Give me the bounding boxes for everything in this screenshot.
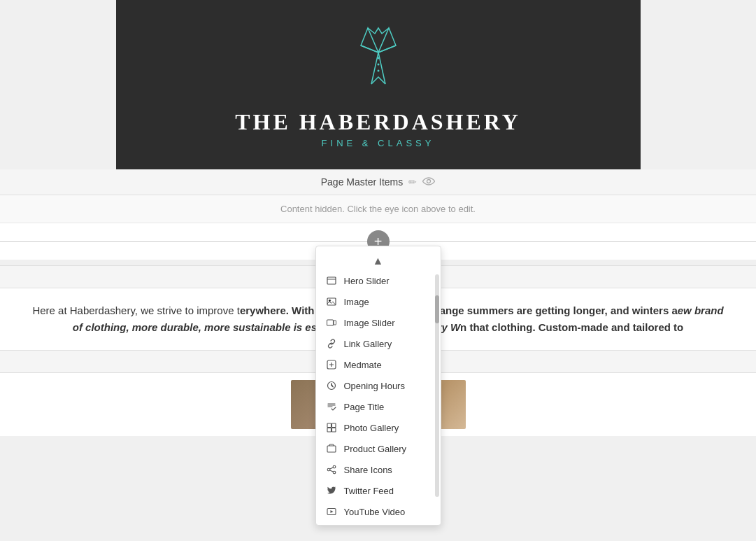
svg-rect-8 [334, 321, 336, 325]
eye-icon[interactable] [422, 176, 435, 188]
medmate-icon [326, 359, 337, 370]
svg-point-18 [327, 468, 330, 471]
svg-rect-11 [327, 423, 331, 428]
image-slider-icon [326, 317, 337, 328]
svg-point-17 [333, 471, 336, 474]
photo-gallery-icon [326, 422, 337, 433]
svg-point-3 [427, 180, 431, 183]
dropdown-scrollbar[interactable] [435, 274, 439, 497]
dropdown-menu: ▲ Hero Slider Image Image Slider Link Ga… [315, 246, 441, 526]
dropdown-item-image-slider-label: Image Slider [344, 318, 395, 328]
svg-point-0 [377, 57, 379, 59]
page-master-label: Page Master Items [321, 176, 404, 188]
svg-rect-15 [327, 446, 336, 452]
svg-point-6 [329, 300, 330, 301]
youtube-video-icon [326, 506, 337, 517]
content-hidden-bar: Content hidden. Click the eye icon above… [0, 195, 756, 223]
svg-rect-14 [331, 428, 336, 433]
dropdown-item-product-gallery[interactable]: Product Gallery [316, 438, 441, 459]
dropdown-item-hero-slider[interactable]: Hero Slider [316, 270, 441, 291]
dropdown-item-page-title[interactable]: Page Title [316, 396, 441, 417]
dropdown-item-product-gallery-label: Product Gallery [344, 444, 407, 454]
svg-rect-13 [327, 428, 331, 433]
dropdown-item-twitter-feed-label: Twitter Feed [344, 486, 394, 496]
dropdown-item-image[interactable]: Image [316, 291, 441, 312]
logo-section: THE HABERDASHERY FINE & CLASSY [116, 0, 641, 169]
logo-title: THE HABERDASHERY [235, 109, 521, 135]
dropdown-scrollbar-thumb [435, 295, 439, 323]
dropdown-item-opening-hours[interactable]: Opening Hours [316, 375, 441, 396]
dropdown-item-youtube-video[interactable]: YouTube Video [316, 501, 441, 522]
dropdown-item-link-gallery-label: Link Gallery [344, 339, 392, 349]
dropdown-item-share-icons[interactable]: Share Icons [316, 459, 441, 480]
twitter-feed-icon [326, 485, 337, 496]
dropdown-item-photo-gallery-label: Photo Gallery [344, 423, 399, 433]
image-icon [326, 296, 337, 307]
svg-point-16 [333, 465, 336, 468]
edit-icon[interactable]: ✏ [408, 176, 417, 188]
dropdown-item-youtube-video-label: YouTube Video [344, 507, 406, 517]
page-master-bar: Page Master Items ✏ [0, 169, 756, 195]
svg-rect-7 [327, 320, 333, 325]
dropdown-item-photo-gallery[interactable]: Photo Gallery [316, 417, 441, 438]
svg-rect-12 [331, 423, 336, 428]
svg-point-1 [377, 64, 379, 66]
content-hidden-text: Content hidden. Click the eye icon above… [280, 204, 476, 214]
opening-hours-icon [326, 380, 337, 391]
dropdown-item-link-gallery[interactable]: Link Gallery [316, 333, 441, 354]
svg-point-2 [377, 70, 379, 72]
dropdown-item-page-title-label: Page Title [344, 402, 385, 412]
dropdown-item-image-label: Image [344, 297, 369, 307]
logo-icon [336, 14, 420, 101]
dropdown-item-twitter-feed[interactable]: Twitter Feed [316, 480, 441, 501]
dropdown-item-medmate[interactable]: Medmate [316, 354, 441, 375]
share-icons-icon [326, 464, 337, 475]
product-gallery-icon [326, 443, 337, 454]
dropdown-item-image-slider[interactable]: Image Slider [316, 312, 441, 333]
hero-slider-icon [326, 275, 337, 286]
link-gallery-icon [326, 338, 337, 349]
dropdown-arrow-up: ▲ [316, 249, 441, 270]
dropdown-item-opening-hours-label: Opening Hours [344, 381, 405, 391]
logo-subtitle: FINE & CLASSY [322, 138, 435, 148]
dropdown-item-hero-slider-label: Hero Slider [344, 276, 390, 286]
page-title-icon [326, 401, 337, 412]
dropdown-item-share-icons-label: Share Icons [344, 465, 392, 475]
dropdown-item-medmate-label: Medmate [344, 360, 382, 370]
svg-rect-4 [327, 277, 336, 284]
